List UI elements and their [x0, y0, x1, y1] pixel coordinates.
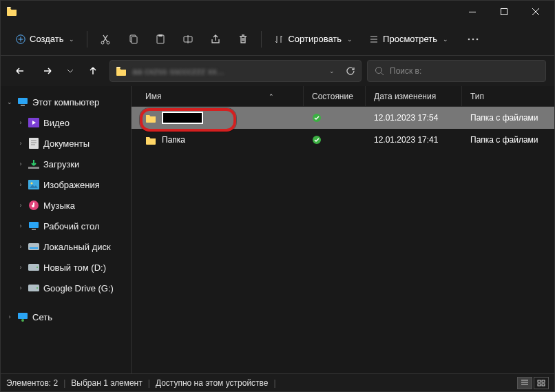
svg-rect-35 [542, 380, 545, 382]
chevron-right-icon: › [17, 285, 24, 291]
status-ok-icon [312, 113, 322, 123]
header-state[interactable]: Состояние [304, 86, 366, 106]
search-box[interactable]: Поиск в: [367, 60, 546, 82]
chevron-down-icon: ⌄ [347, 36, 353, 43]
search-icon [375, 66, 384, 76]
svg-point-27 [36, 267, 38, 268]
minimize-button[interactable] [457, 1, 488, 23]
status-count: Элементов: 2 [6, 378, 58, 388]
svg-rect-22 [29, 222, 39, 228]
sidebar-item-documents[interactable]: ›Документы [1, 133, 131, 154]
drive-icon [28, 282, 39, 293]
forward-button[interactable] [36, 60, 59, 82]
sidebar-item-video[interactable]: ›Видео [1, 112, 131, 133]
cut-button[interactable] [93, 28, 118, 50]
recent-button[interactable] [64, 60, 76, 82]
more-button[interactable] [461, 28, 485, 50]
status-ok-icon [312, 135, 322, 145]
sidebar-item-music[interactable]: ›Музыка [1, 195, 131, 216]
svg-rect-37 [542, 384, 545, 386]
folder-icon [145, 113, 156, 123]
close-button[interactable] [520, 1, 552, 23]
file-list[interactable]: 12.01.2023 17:54 Папка с файлами Папка 1… [132, 107, 554, 373]
downloads-icon [28, 158, 39, 169]
sidebar-item-desktop[interactable]: ›Рабочий стол [1, 216, 131, 236]
svg-point-3 [101, 41, 104, 44]
sidebar-item-gdrive[interactable]: ›Google Drive (G:) [1, 278, 131, 298]
rename-button[interactable] [176, 28, 200, 50]
drive-icon [28, 241, 39, 252]
file-row[interactable]: Папка 12.01.2023 17:41 Папка с файлами [132, 129, 554, 151]
search-placeholder: Поиск в: [390, 66, 421, 76]
chevron-right-icon: › [6, 313, 13, 320]
view-button[interactable]: Просмотреть ⌄ [362, 28, 455, 50]
chevron-right-icon: › [17, 223, 24, 229]
sort-label: Сортировать [288, 34, 342, 44]
svg-point-4 [107, 41, 109, 44]
copy-button[interactable] [121, 28, 145, 50]
file-row[interactable]: 12.01.2023 17:54 Папка с файлами [132, 107, 554, 129]
svg-rect-36 [538, 384, 541, 386]
sidebar-item-pictures[interactable]: ›Изображения [1, 174, 131, 195]
svg-rect-18 [28, 167, 39, 169]
chevron-right-icon: › [17, 264, 24, 271]
folder-icon [145, 135, 156, 145]
sidebar-network[interactable]: › Сеть [1, 307, 131, 327]
tiles-view-button[interactable] [534, 377, 549, 389]
nav-bar: aa cxzss ssccczzz xx... ⌄ Поиск в: [1, 56, 554, 86]
explorer-window: Создать ⌄ Сортировать ⌄ Просмотреть ⌄ [0, 0, 555, 392]
address-bar[interactable]: aa cxzss ssccczzz xx... ⌄ [109, 60, 362, 82]
drive-icon [28, 262, 39, 273]
svg-rect-15 [21, 105, 25, 106]
cell-type: Папка с файлами [470, 113, 538, 123]
chevron-down-icon: ⌄ [443, 36, 448, 43]
header-type[interactable]: Тип [462, 86, 554, 106]
rename-input[interactable] [162, 112, 203, 124]
status-selected: Выбран 1 элемент [71, 378, 142, 388]
svg-point-20 [31, 183, 33, 185]
sidebar-item-localdisk[interactable]: ›Локальный диск [1, 236, 131, 257]
svg-rect-25 [30, 247, 38, 249]
back-button[interactable] [9, 60, 31, 82]
svg-rect-14 [18, 98, 28, 104]
delete-button[interactable] [231, 28, 255, 50]
svg-rect-24 [28, 243, 39, 250]
separator [261, 31, 262, 48]
new-button[interactable]: Создать ⌄ [9, 28, 81, 50]
content-pane: Имя⌃ Состояние Дата изменения Тип 12.01.… [132, 86, 554, 373]
maximize-button[interactable] [488, 1, 520, 23]
path-text: aa cxzss ssccczzz xx... [132, 66, 324, 76]
cell-date: 12.01.2023 17:41 [374, 135, 438, 145]
chevron-right-icon: › [17, 181, 24, 188]
header-date[interactable]: Дата изменения [366, 86, 462, 106]
refresh-button[interactable] [346, 66, 355, 76]
details-view-button[interactable] [517, 377, 532, 389]
svg-point-11 [472, 38, 474, 40]
new-button-label: Создать [30, 34, 63, 44]
chevron-down-icon: ⌄ [69, 36, 74, 43]
paste-button[interactable] [148, 28, 173, 50]
sidebar-this-pc[interactable]: ⌄ Этот компьютер [1, 92, 131, 112]
chevron-down-icon[interactable]: ⌄ [329, 68, 335, 74]
up-button[interactable] [82, 60, 104, 82]
cell-type: Папка с файлами [470, 135, 538, 145]
chevron-right-icon: › [17, 243, 24, 250]
share-button[interactable] [203, 28, 228, 50]
documents-icon [28, 138, 39, 149]
svg-point-10 [468, 38, 470, 40]
svg-point-13 [376, 68, 382, 74]
sort-button[interactable]: Сортировать ⌄ [267, 28, 359, 50]
header-name[interactable]: Имя⌃ [132, 86, 304, 106]
svg-rect-1 [501, 9, 507, 15]
desktop-icon [28, 220, 39, 231]
sidebar-item-newvolume[interactable]: ›Новый том (D:) [1, 257, 131, 278]
sidebar-item-downloads[interactable]: ›Загрузки [1, 154, 131, 174]
pictures-icon [28, 179, 39, 190]
status-bar: Элементов: 2 | Выбран 1 элемент | Доступ… [1, 373, 554, 391]
plus-icon [16, 34, 25, 44]
sort-indicator-icon: ⌃ [269, 93, 274, 100]
chevron-right-icon: › [17, 119, 24, 126]
sidebar-label: Этот компьютер [32, 97, 99, 107]
svg-rect-6 [132, 37, 137, 43]
svg-rect-17 [29, 138, 39, 149]
